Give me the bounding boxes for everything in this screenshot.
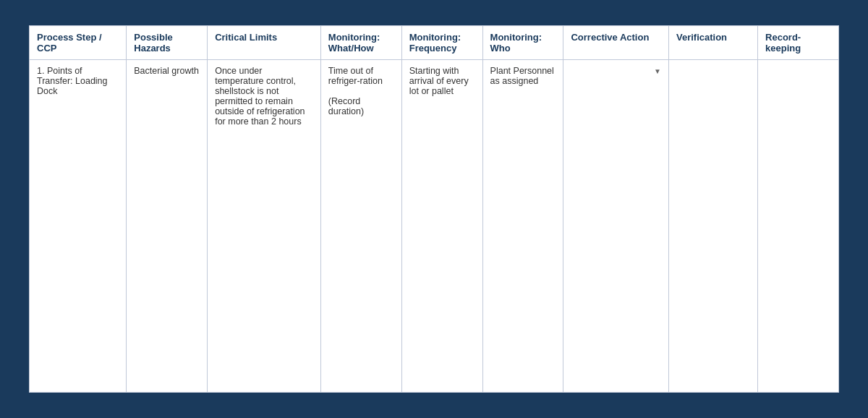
cell-monitoring-what: Time out of refriger-ration (Record dura… [320, 60, 401, 393]
header-corrective-action: Corrective Action [563, 26, 668, 60]
dropdown-icon[interactable]: ▼ [654, 67, 661, 75]
header-possible-hazards: Possible Hazards [127, 26, 208, 60]
row-number: 1. [37, 66, 44, 76]
cell-monitoring-who: Plant Personnel as assigned [482, 60, 563, 393]
table-wrapper: Process Step / CCP Possible Hazards Crit… [27, 24, 841, 394]
header-process-step: Process Step / CCP [30, 26, 127, 60]
cell-monitoring-freq: Starting with arrival of every lot or pa… [401, 60, 482, 393]
header-critical-limits: Critical Limits [208, 26, 321, 60]
cell-verification [668, 60, 757, 393]
header-monitoring-who: Monitoring: Who [482, 26, 563, 60]
cell-recordkeeping [758, 60, 839, 393]
header-monitoring-what: Monitoring: What/How [320, 26, 401, 60]
header-recordkeeping: Record-keeping [758, 26, 839, 60]
haccp-table: Process Step / CCP Possible Hazards Crit… [29, 25, 839, 393]
header-monitoring-freq: Monitoring: Frequency [401, 26, 482, 60]
outer-border: Process Step / CCP Possible Hazards Crit… [14, 11, 854, 407]
table-row: 1. Points of Transfer: Loading Dock Bact… [30, 60, 839, 393]
cell-possible-hazards: Bacterial growth [127, 60, 208, 393]
cell-corrective-action: ▼ [563, 60, 668, 393]
process-step-text: Points of Transfer: Loading Dock [37, 66, 108, 96]
header-verification: Verification [668, 26, 757, 60]
cell-critical-limits: Once under temperature control, shellsto… [208, 60, 321, 393]
cell-process-step: 1. Points of Transfer: Loading Dock [30, 60, 127, 393]
